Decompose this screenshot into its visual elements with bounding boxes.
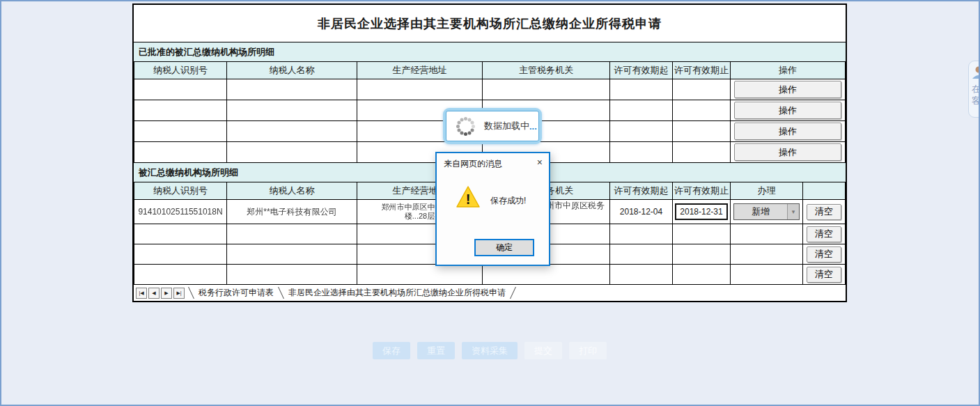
tab-divider [278, 287, 284, 299]
loading-toast: 数据加载中 ... [443, 108, 542, 144]
taxpayer-name-value: 郑州**电子科技有限公司 [247, 207, 336, 217]
tab-divider [510, 287, 516, 299]
save-button[interactable]: 保存 [373, 342, 410, 359]
reset-button[interactable]: 重置 [417, 342, 455, 359]
col-business-address: 生产经营地址 [357, 62, 483, 79]
loading-text: 数据加载中 [484, 120, 529, 132]
handle-select-value: 新增 [734, 204, 787, 219]
dialog-message: 保存成功! [490, 195, 526, 207]
valid-to-input[interactable]: 2018-12-31 [675, 203, 728, 220]
ok-button[interactable]: 确定 [474, 239, 534, 256]
dialog-title: 来自网页的消息 [444, 158, 502, 170]
col-taxpayer-name: 纳税人名称 [227, 62, 357, 79]
loading-spinner-icon [455, 116, 476, 136]
sheet-tab-bar: |◀ ◀ ▶ ▶| 税务行政许可申请表 非居民企业选择由其主要机构场所汇总缴纳企… [134, 285, 846, 301]
tab-tax-admin-license[interactable]: 税务行政许可申请表 [197, 287, 275, 299]
close-icon[interactable]: × [537, 157, 543, 168]
col-clear [803, 182, 846, 200]
table-row: 操作 [134, 79, 846, 100]
col-taxpayer-id: 纳税人识别号 [134, 182, 227, 200]
data-collect-button[interactable]: 资料采集 [462, 342, 518, 359]
section-approved-title: 已批准的被汇总缴纳机构场所明细 [134, 42, 846, 61]
col-handle: 办理 [731, 182, 803, 200]
valid-from-value: 2018-12-04 [620, 207, 662, 217]
sheet-nav-prev-button[interactable]: ◀ [148, 288, 160, 299]
sheet-nav-next-button[interactable]: ▶ [161, 288, 172, 299]
clear-button[interactable]: 清空 [807, 204, 841, 220]
col-valid-from: 许可有效期起 [610, 62, 673, 79]
col-taxpayer-name: 纳税人名称 [227, 182, 357, 200]
warning-icon: ! [456, 185, 481, 211]
clear-button[interactable]: 清空 [807, 247, 841, 263]
col-taxpayer-id: 纳税人识别号 [134, 62, 227, 79]
webpage-message-dialog: 来自网页的消息 × ! 保存成功! 确定 [435, 152, 550, 266]
svg-text:!: ! [466, 192, 471, 207]
col-valid-to: 许可有效期止 [673, 182, 731, 200]
online-service-widget[interactable]: 在线客服 [968, 61, 980, 118]
loading-dots: ... [529, 121, 537, 132]
action-button[interactable]: 操作 [734, 123, 841, 140]
page-title: 非居民企业选择由其主要机构场所汇总缴纳企业所得税申请 [134, 5, 846, 42]
col-valid-from: 许可有效期起 [610, 182, 673, 200]
chevron-down-icon: ▾ [787, 204, 799, 219]
footer-button-bar: 保存 重置 资料采集 提交 打印 [132, 342, 847, 359]
col-valid-to: 许可有效期止 [673, 62, 731, 79]
handle-select[interactable]: 新增 ▾ [733, 203, 800, 220]
taxpayer-id-value: 91410102511551018N [138, 207, 222, 217]
print-button[interactable]: 打印 [569, 342, 607, 359]
customer-service-avatar-icon [972, 65, 980, 81]
action-button[interactable]: 操作 [734, 143, 841, 161]
col-tax-authority: 主管税务机关 [483, 62, 610, 79]
online-service-label: 在线客服 [972, 83, 980, 107]
sheet-nav-first-button[interactable]: |◀ [136, 288, 147, 299]
table-row: 清空 [134, 265, 846, 285]
tab-divider [188, 287, 194, 299]
submit-button[interactable]: 提交 [524, 342, 562, 359]
action-button[interactable]: 操作 [734, 102, 841, 119]
approved-header-row: 纳税人识别号 纳税人名称 生产经营地址 主管税务机关 许可有效期起 许可有效期止… [134, 62, 846, 79]
sheet-nav-last-button[interactable]: ▶| [173, 288, 185, 299]
tab-nonresident-application[interactable]: 非居民企业选择由其主要机构场所汇总缴纳企业所得税申请 [287, 287, 507, 299]
action-button[interactable]: 操作 [734, 81, 841, 98]
clear-button[interactable]: 清空 [807, 267, 841, 283]
clear-button[interactable]: 清空 [807, 226, 841, 242]
col-action: 操作 [731, 62, 846, 79]
